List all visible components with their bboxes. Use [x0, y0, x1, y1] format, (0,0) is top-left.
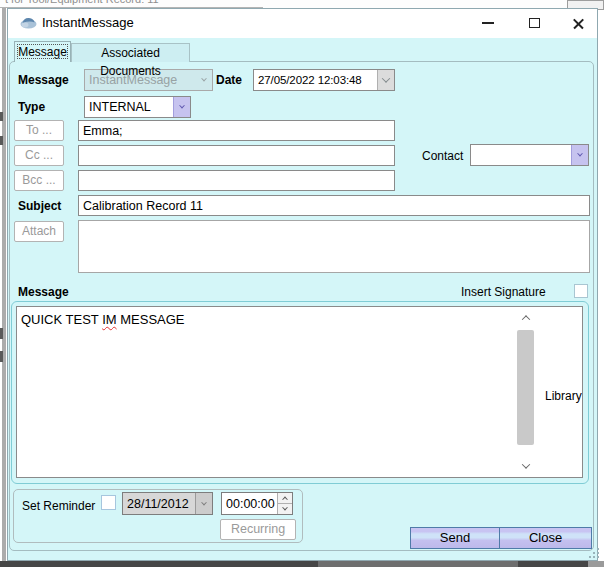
- reminder-time-value: 00:00:00: [222, 493, 277, 514]
- type-combo[interactable]: INTERNAL: [84, 96, 191, 118]
- app-cloud-icon: [20, 14, 37, 29]
- close-dialog-button[interactable]: Close: [499, 527, 592, 549]
- background-window-bottom-segment: [318, 561, 518, 567]
- message-body-text[interactable]: QUICK TEST IM MESSAGE: [21, 312, 501, 327]
- spin-down-button[interactable]: [278, 503, 292, 514]
- set-reminder-label: Set Reminder: [22, 499, 95, 513]
- background-window-left-band: [2, 8, 6, 561]
- message-type-label: Message: [18, 73, 69, 87]
- screen: t for Tool/Equipment Record: 11 InstantM…: [0, 0, 604, 567]
- chevron-up-icon: [282, 497, 288, 503]
- background-text-fragment: [0, 351, 3, 362]
- insert-signature-checkbox[interactable]: [574, 284, 588, 298]
- insert-signature-label: Insert Signature: [461, 285, 546, 299]
- close-icon: [572, 17, 585, 30]
- chevron-down-icon: [382, 74, 390, 82]
- minimize-button[interactable]: [472, 11, 504, 35]
- date-value: 27/05/2022 12:03:48: [254, 70, 377, 90]
- send-button[interactable]: Send: [410, 527, 500, 549]
- tab-associated-documents[interactable]: Associated Documents: [71, 43, 190, 62]
- chevron-down-icon: [577, 151, 583, 157]
- background-text-fragment: [0, 136, 3, 145]
- chevron-down-icon: [201, 76, 207, 82]
- contact-value: [471, 145, 571, 165]
- chevron-down-icon: [522, 460, 530, 468]
- chevron-down-icon: [282, 505, 288, 511]
- attachments-box[interactable]: [78, 220, 590, 273]
- chevron-up-icon: [522, 315, 530, 323]
- background-window-bottom-corner: [588, 561, 604, 567]
- background-text-fragment: [0, 328, 3, 339]
- bcc-field[interactable]: [78, 170, 395, 191]
- subject-label: Subject: [18, 199, 61, 213]
- contact-label: Contact: [422, 149, 463, 163]
- date-combo[interactable]: 27/05/2022 12:03:48: [253, 69, 395, 91]
- background-text-fragment: [0, 112, 3, 121]
- maximize-icon: [529, 18, 540, 28]
- time-spin-buttons: [277, 493, 292, 514]
- cc-field[interactable]: [78, 145, 395, 166]
- attach-button[interactable]: Attach: [14, 221, 64, 242]
- message-body-area[interactable]: [16, 306, 583, 478]
- close-button[interactable]: [562, 11, 594, 35]
- chevron-down-icon: [201, 499, 207, 505]
- reminder-date-drop-button: [195, 493, 212, 514]
- message-scrollbar[interactable]: [515, 309, 537, 475]
- misspelled-word: IM: [102, 312, 116, 327]
- library-label[interactable]: Library: [545, 389, 582, 403]
- message-type-drop-button: [195, 70, 212, 90]
- cc-button[interactable]: Cc ...: [14, 145, 64, 166]
- body-text: QUICK TEST: [21, 312, 102, 327]
- tab-message[interactable]: Message: [14, 41, 71, 62]
- subject-field[interactable]: [78, 195, 590, 216]
- chevron-down-icon: [179, 103, 185, 109]
- date-drop-button[interactable]: [377, 70, 394, 90]
- resize-grip[interactable]: [588, 547, 600, 559]
- bcc-button[interactable]: Bcc ...: [14, 170, 64, 191]
- window-title: InstantMessage: [42, 15, 134, 30]
- set-reminder-checkbox[interactable]: [101, 495, 116, 510]
- minimize-icon: [482, 22, 494, 24]
- spin-up-button[interactable]: [278, 493, 292, 503]
- body-text: MESSAGE: [117, 312, 185, 327]
- to-button[interactable]: To ...: [14, 120, 64, 141]
- background-window-title-fragment: t for Tool/Equipment Record: 11: [5, 0, 159, 5]
- reminder-date-value: 28/11/2012: [123, 493, 195, 514]
- to-field[interactable]: [78, 120, 395, 141]
- maximize-button[interactable]: [518, 11, 550, 35]
- date-label: Date: [216, 73, 242, 87]
- scrollbar-thumb[interactable]: [517, 330, 534, 445]
- reminder-time-spinner[interactable]: 00:00:00: [221, 492, 293, 515]
- scroll-up-button[interactable]: [515, 311, 537, 325]
- recurring-button[interactable]: Recurring: [220, 519, 296, 540]
- contact-combo[interactable]: [470, 144, 589, 166]
- type-value: INTERNAL: [85, 97, 173, 117]
- type-label: Type: [18, 100, 45, 114]
- reminder-date-combo[interactable]: 28/11/2012: [122, 492, 213, 515]
- contact-drop-button[interactable]: [571, 145, 588, 165]
- scroll-down-button[interactable]: [515, 459, 537, 473]
- message-body-label: Message: [18, 285, 69, 299]
- type-drop-button[interactable]: [173, 97, 190, 117]
